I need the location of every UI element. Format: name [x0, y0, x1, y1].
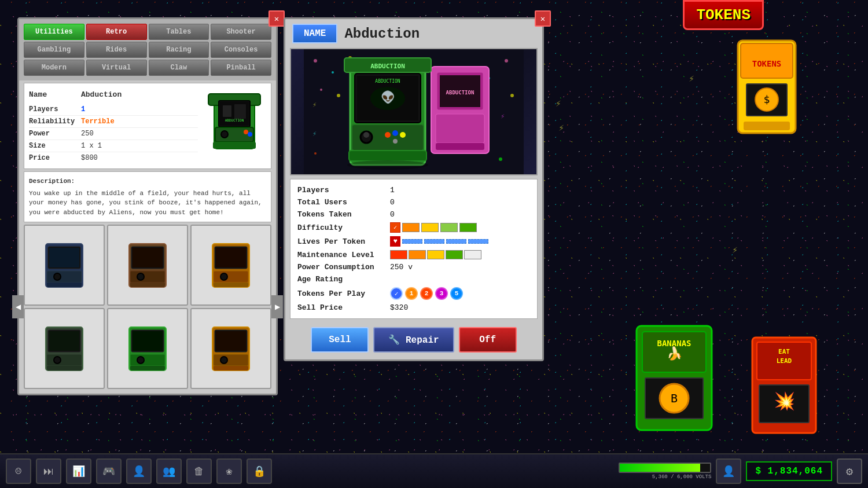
bottom-toolbar: ☹ ⏭ 📊 🎮 👤 👥 🗑 ❀ 🔒	[0, 453, 868, 488]
players-label: Players	[29, 105, 81, 113]
stats-button[interactable]: 📊	[66, 458, 91, 484]
money-display: $ 1,834,064	[746, 461, 832, 481]
svg-point-102	[392, 130, 398, 136]
game-button[interactable]: 🎮	[96, 458, 122, 484]
difficulty-bar: ✓	[390, 222, 477, 233]
svg-rect-88	[436, 114, 484, 143]
svg-point-69	[314, 59, 317, 63]
stat-sell-price-value: $320	[390, 303, 530, 312]
stat-tokens-taken-row: Tokens Taken 0	[297, 208, 530, 221]
svg-point-79	[314, 152, 317, 155]
price-value: $800	[81, 154, 198, 162]
maint-seg-2	[409, 250, 426, 259]
lock-button[interactable]: 🔒	[247, 458, 272, 484]
stat-difficulty-label: Difficulty	[297, 223, 390, 232]
thumbnail-item-3[interactable]	[190, 225, 271, 306]
power-label: 5,360 / 6,000 VOLTS	[652, 474, 712, 480]
tab-consoles[interactable]: Consoles	[211, 42, 271, 58]
off-button[interactable]: Off	[459, 327, 517, 353]
svg-rect-37	[47, 282, 82, 287]
size-label: Size	[29, 142, 81, 150]
tab-virtual[interactable]: Virtual	[86, 60, 147, 76]
tab-racing[interactable]: Racing	[149, 42, 209, 58]
tab-gambling[interactable]: Gambling	[24, 42, 84, 58]
svg-text:💥: 💥	[774, 391, 796, 412]
stat-maintenance-label: Maintenance Level	[297, 251, 390, 259]
thumbnail-item-5[interactable]	[107, 308, 188, 389]
thumb-scroll-right-button[interactable]: ▶	[271, 295, 283, 318]
repair-button[interactable]: 🔧 Repair	[373, 327, 454, 353]
svg-point-48	[220, 273, 227, 280]
machine-title: Abduction	[344, 26, 420, 42]
svg-point-36	[54, 273, 61, 280]
stat-players-row: Players 1	[297, 184, 530, 196]
svg-text:⚡: ⚡	[312, 101, 317, 109]
sell-button[interactable]: Sell	[311, 327, 369, 353]
stat-sell-price-label: Sell Price	[297, 303, 390, 312]
stat-players-value: 1	[390, 186, 530, 195]
tab-pinball[interactable]: Pinball	[211, 60, 271, 76]
thumbnail-item-4[interactable]	[24, 308, 105, 389]
stat-tokens-taken-value: 0	[390, 210, 530, 219]
decor-button[interactable]: ❀	[216, 458, 242, 484]
thumbnail-item-6[interactable]	[190, 308, 271, 389]
machine-info-section: Name Abduction Players 1 Reliability Ter…	[24, 83, 271, 169]
svg-point-28	[244, 130, 248, 134]
tab-claw[interactable]: Claw	[149, 60, 209, 76]
right-panel-close[interactable]: ✕	[535, 10, 551, 27]
svg-text:EAT: EAT	[778, 348, 790, 355]
person-button[interactable]: 👤	[126, 458, 152, 484]
svg-point-42	[137, 273, 144, 280]
action-buttons-row: Sell 🔧 Repair Off	[285, 322, 542, 359]
svg-rect-61	[130, 366, 165, 370]
tab-rides[interactable]: Rides	[86, 42, 147, 58]
machine-name-row: Name Abduction	[29, 88, 198, 104]
machine-image: ⚡ ⚡ ⚡ ABDUCTION ABDUCTION	[290, 48, 538, 175]
stat-lives-row: Lives Per Token ♥	[297, 234, 530, 248]
person-count-icon: 👤	[716, 458, 741, 484]
diff-seg-3	[440, 223, 458, 232]
power-container: 5,360 / 6,000 VOLTS 👤 $ 1,834,064	[619, 458, 832, 484]
left-panel-close[interactable]: ✕	[269, 10, 285, 27]
stat-age-row: Age Rating	[297, 273, 530, 285]
svg-text:👽: 👽	[381, 90, 395, 105]
speed-button[interactable]: ⏭	[36, 458, 61, 484]
svg-point-70	[332, 71, 334, 74]
difficulty-check: ✓	[390, 222, 400, 233]
tab-shooter[interactable]: Shooter	[211, 24, 271, 40]
svg-text:ABDUCTION: ABDUCTION	[225, 118, 244, 122]
staff-button[interactable]: 👥	[156, 458, 182, 484]
thumb-scroll-left-button[interactable]: ◀	[12, 295, 24, 318]
lives-seg-1	[402, 239, 422, 244]
thumbnail-item-2[interactable]	[107, 225, 188, 306]
tokens-per-play-display: ✓ 1 2 3 5	[390, 287, 463, 300]
svg-rect-52	[49, 331, 79, 351]
svg-point-80	[499, 157, 502, 161]
tab-utilities[interactable]: Utilities	[24, 24, 84, 40]
svg-point-74	[320, 89, 322, 91]
delete-button[interactable]: 🗑	[186, 458, 212, 484]
name-button[interactable]: NAME	[292, 24, 337, 43]
fastforward-icon: ⏭	[43, 465, 54, 478]
stat-age-label: Age Rating	[297, 275, 390, 284]
mood-button[interactable]: ☹	[6, 458, 31, 484]
tab-retro[interactable]: Retro	[86, 24, 147, 40]
thumbnail-item-1[interactable]	[24, 225, 105, 306]
stat-tokens-play-label: Tokens Per Play	[297, 289, 390, 298]
tab-tables[interactable]: Tables	[149, 24, 209, 40]
stat-players-label: Players	[297, 186, 390, 195]
stat-power-value: 250 v	[390, 263, 530, 271]
lives-bar: ♥	[390, 236, 488, 247]
svg-rect-35	[47, 271, 82, 282]
stat-power-row: Power Consumption 250 v	[297, 261, 530, 273]
svg-rect-24	[223, 105, 231, 117]
tab-modern[interactable]: Modern	[24, 60, 84, 76]
trash-icon: 🗑	[194, 465, 204, 478]
svg-rect-30	[213, 142, 256, 149]
category-tabs: Utilities Retro Tables Shooter Gambling …	[19, 19, 276, 80]
stat-users-value: 0	[390, 198, 530, 207]
settings-button[interactable]: ⚙	[837, 458, 862, 484]
token-1: 1	[405, 287, 418, 300]
svg-rect-47	[214, 271, 248, 282]
thumbnail-grid-container: ◀	[24, 225, 271, 389]
